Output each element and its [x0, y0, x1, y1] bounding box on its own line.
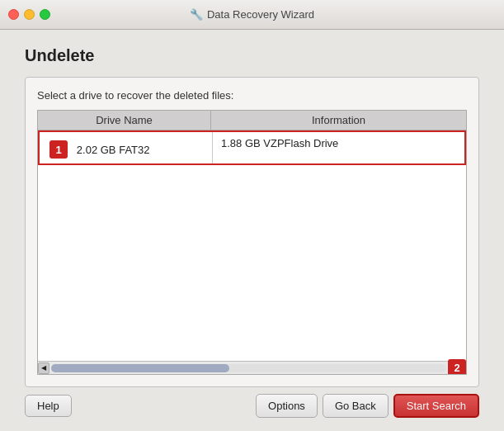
- window-title: 🔧 Data Recovery Wizard: [190, 8, 314, 21]
- page-title: Undelete: [25, 46, 479, 65]
- minimize-button[interactable]: [24, 9, 35, 20]
- bottom-bar: Help Options Go Back Start Search: [25, 387, 479, 418]
- start-search-button[interactable]: Start Search: [393, 394, 479, 418]
- cell-drive-name: 1 2.02 GB FAT32: [40, 132, 213, 163]
- titlebar: 🔧 Data Recovery Wizard: [0, 0, 504, 30]
- column-header-information: Information: [211, 111, 466, 130]
- drives-table: Drive Name Information 1 2.02 GB FAT32 1…: [37, 110, 467, 375]
- help-button[interactable]: Help: [25, 395, 72, 417]
- panel-prompt: Select a drive to recover the deleted fi…: [37, 89, 467, 102]
- column-header-drivename: Drive Name: [38, 111, 211, 130]
- main-panel: Select a drive to recover the deleted fi…: [25, 77, 479, 387]
- cell-information: 1.88 GB VZPFlash Drive: [213, 132, 464, 163]
- table-body: 1 2.02 GB FAT32 1.88 GB VZPFlash Drive: [38, 130, 466, 361]
- maximize-button[interactable]: [40, 9, 50, 20]
- action-buttons: Options Go Back Start Search: [256, 394, 479, 418]
- horizontal-scrollbar[interactable]: ◀ 2: [38, 361, 466, 374]
- scroll-left-arrow[interactable]: ◀: [38, 362, 49, 374]
- options-button[interactable]: Options: [256, 394, 318, 418]
- window-body: Undelete Select a drive to recover the d…: [0, 30, 504, 431]
- table-row[interactable]: 1 2.02 GB FAT32 1.88 GB VZPFlash Drive: [38, 130, 466, 165]
- row-number-badge: 1: [49, 140, 68, 159]
- scrollbar-thumb[interactable]: [51, 364, 229, 372]
- close-button[interactable]: [8, 9, 19, 20]
- badge-2: 2: [448, 359, 466, 376]
- title-icon: 🔧: [190, 8, 203, 21]
- traffic-lights: [8, 9, 50, 20]
- scrollbar-track[interactable]: [51, 364, 446, 372]
- table-header: Drive Name Information: [38, 111, 466, 130]
- go-back-button[interactable]: Go Back: [323, 394, 389, 418]
